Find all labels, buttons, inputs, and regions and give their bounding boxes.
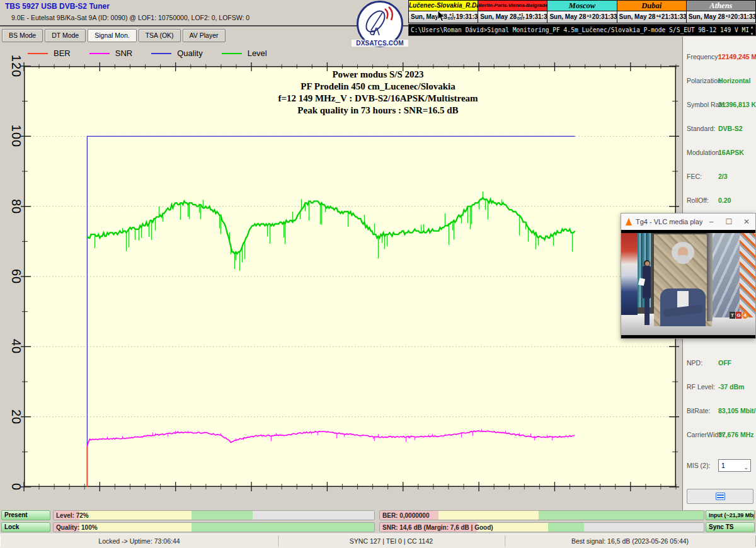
clock-timezone: +4 <box>656 15 660 18</box>
status-row-1: Present Level: 72% BER: 0,0000000 Input … <box>0 510 756 521</box>
chart-title-line: PF Prodelin 450 cm_Lucenec/Slovakia <box>202 81 554 93</box>
tab-av-player[interactable]: AV Player <box>183 29 226 42</box>
clock-column-berlin: Berlin-Paris-Vienna-Belgrade Sun, May 28… <box>478 1 547 23</box>
clock-city: Berlin-Paris-Vienna-Belgrade <box>478 1 547 11</box>
snr-line-swatch <box>89 53 110 54</box>
scroll-up-icon[interactable]: ▲ <box>750 25 754 30</box>
stream-list-icon <box>716 493 725 500</box>
param-row-rolloff: RollOff: 0.20 <box>683 197 756 207</box>
close-button[interactable]: ✕ <box>738 214 755 230</box>
chart-title-line: Peak quality in 73 hours : SNR=16.5 dB <box>202 105 554 117</box>
clock-timezone: +3 <box>726 15 730 18</box>
tg4-logo: T G 4 <box>730 312 748 319</box>
chart-title-line: f=12 149 MHz_V : DVB-S2/16APSK/Multistre… <box>202 93 554 105</box>
ber-progress-bar: BER: 0,0000000 <box>379 510 704 520</box>
clock-time: 21:31:33 <box>662 13 687 20</box>
tab-dt-mode[interactable]: DT Mode <box>45 29 86 42</box>
studio-side-screen <box>621 233 638 315</box>
legend-item-level: Level <box>222 49 267 58</box>
studio-geometric-wall <box>713 233 740 317</box>
param-row-carrierwidth: CarrierWidth: 37,676 MHz <box>683 431 756 441</box>
chart-legend: BER SNR Quality Level <box>28 49 267 58</box>
param-row-standard: Standard: DVB-S2 <box>683 125 756 135</box>
console-scrollbar[interactable]: ▲ ▼ <box>748 25 755 37</box>
clock-date: Sun, May 28 <box>619 13 656 20</box>
clock-time: 20:31:33 <box>731 13 756 20</box>
mode-tabs: BS Mode DT Mode Signal Mon. TSA (OK) AV … <box>2 29 226 42</box>
param-row-rf-level: RF Level: -37 dBm <box>683 383 756 393</box>
param-row-fec: FEC: 2/3 <box>683 173 756 183</box>
guest-beard <box>677 255 689 264</box>
level-line-swatch <box>222 53 242 54</box>
tuner-subtitle: 9.0E - Eutelsat 9B/Ka-Sat 9A (ID: 0090) … <box>11 14 249 21</box>
mouse-cursor <box>437 10 446 23</box>
clock-city: Moscow <box>547 1 616 11</box>
statusbar-uptime: Locked -> Uptime: 73:06:44 <box>0 535 278 547</box>
clock-time: 19:31:33 <box>525 13 551 20</box>
dxsatcs-logo: DXSATCS.COM <box>352 0 408 49</box>
legend-item-snr: SNR <box>89 49 132 58</box>
vlc-titlebar[interactable]: Tg4 - VLC media player – ☐ ✕ <box>621 214 755 230</box>
tab-signal-mon[interactable]: Signal Mon. <box>88 29 136 42</box>
vlc-cone-icon <box>626 218 632 225</box>
legend-item-quality: Quality <box>151 49 202 58</box>
clock-city: Athens <box>687 1 755 11</box>
vlc-window[interactable]: Tg4 - VLC media player – ☐ ✕ <box>621 213 756 339</box>
quality-line-swatch <box>151 53 171 54</box>
legend-item-ber: BER <box>28 49 71 58</box>
sidebar-action-button[interactable] <box>687 489 753 504</box>
tv-studio-scene: T G 4 <box>621 233 755 335</box>
vlc-video-frame[interactable]: T G 4 <box>621 230 755 338</box>
param-row-npd: NPD: OFF <box>683 359 756 369</box>
level-progress-bar: Level: 72% <box>53 510 375 520</box>
signal-chart <box>24 66 676 487</box>
vlc-window-title: Tg4 - VLC media player <box>636 218 702 225</box>
studio-pillar <box>707 233 713 321</box>
presenter-legs <box>644 297 650 325</box>
param-row-bitrate: BitRate: 83,105 Mbit/s <box>683 407 756 417</box>
param-row-mis: MIS (2): 1 ⌄ <box>683 462 756 472</box>
scroll-down-icon[interactable]: ▼ <box>750 31 754 37</box>
statusbar-best-signal: Best signal: 16,5 dB (2023-05-26 05:44) <box>504 535 756 547</box>
clock-column-athens: Athens Sun, May 28 +3 20:31:33 <box>687 1 755 23</box>
presenter-face <box>645 261 650 266</box>
present-indicator: Present <box>1 510 50 520</box>
studio-guest-screen <box>654 234 712 326</box>
studio-orange-panel <box>740 233 755 317</box>
snr-progress-bar: SNR: 14,6 dB (Margin: 7,6 dB | Good) <box>379 522 704 532</box>
world-clocks: Lučenec-Slovakia_R.Dávid Sun, May 28 +1D… <box>408 0 756 23</box>
logo-text: DXSATCS.COM <box>352 40 408 47</box>
clock-timezone: +1DST <box>448 14 455 20</box>
clock-timezone: +1DST <box>517 14 525 20</box>
clock-date: Sun, May 28 <box>689 13 725 20</box>
clock-city: Dubai <box>617 1 686 11</box>
statusbar: Locked -> Uptime: 73:06:44 SYNC 127 | TE… <box>0 534 756 548</box>
console-command-text: C:\Users\Roman Dávid>Signal Monitoring_P… <box>411 25 748 37</box>
chevron-down-icon: ⌄ <box>743 462 748 473</box>
maximize-button[interactable]: ☐ <box>720 214 738 230</box>
statusbar-sync: SYNC 127 | TEI 0 | CC 1142 <box>277 535 505 547</box>
param-row-symbol-rate: Symbol Rate: 31396,813 KS/s <box>683 101 756 111</box>
app-window: TBS 5927 USB DVB-S2 Tuner 9.0E - Eutelsa… <box>0 0 756 548</box>
tab-bs-mode[interactable]: BS Mode <box>2 29 43 42</box>
clock-timezone: +3 <box>587 15 591 18</box>
clock-date: Sun, May 28 <box>549 13 586 20</box>
window-title: TBS 5927 USB DVB-S2 Tuner <box>5 2 110 11</box>
quality-progress-bar: Quality: 100% <box>53 522 375 532</box>
chart-title-block: Power modus S/S 2023 PF Prodelin 450 cm_… <box>202 69 554 117</box>
clock-time: 19:31:33 <box>456 13 481 20</box>
clock-time: 20:31:33 <box>592 13 617 20</box>
sync-ts-indicator: Sync TS <box>706 522 755 532</box>
status-row-2: Lock Quality: 100% SNR: 14,6 dB (Margin:… <box>0 522 756 533</box>
param-row-polarization: Polarization: Horizontal <box>683 77 756 87</box>
mis-select[interactable]: 1 ⌄ <box>718 459 751 472</box>
console-bar[interactable]: C:\Users\Roman Dávid>Signal Monitoring_P… <box>408 24 756 36</box>
signal-chart-panel: BER SNR Quality Level 020406080100120 Po… <box>0 44 682 510</box>
clock-column-dubai: Dubai Sun, May 28 +4 21:31:33 <box>617 1 687 23</box>
tab-tsa[interactable]: TSA (OK) <box>139 29 181 42</box>
clock-column-moscow: Moscow Sun, May 28 +3 20:31:33 <box>547 1 617 23</box>
ber-line-swatch <box>28 53 48 54</box>
minimize-button[interactable]: – <box>702 214 720 230</box>
lock-indicator: Lock <box>1 522 50 532</box>
input-bitrate-indicator: Input (~21,39 Mbps) <box>706 510 755 520</box>
